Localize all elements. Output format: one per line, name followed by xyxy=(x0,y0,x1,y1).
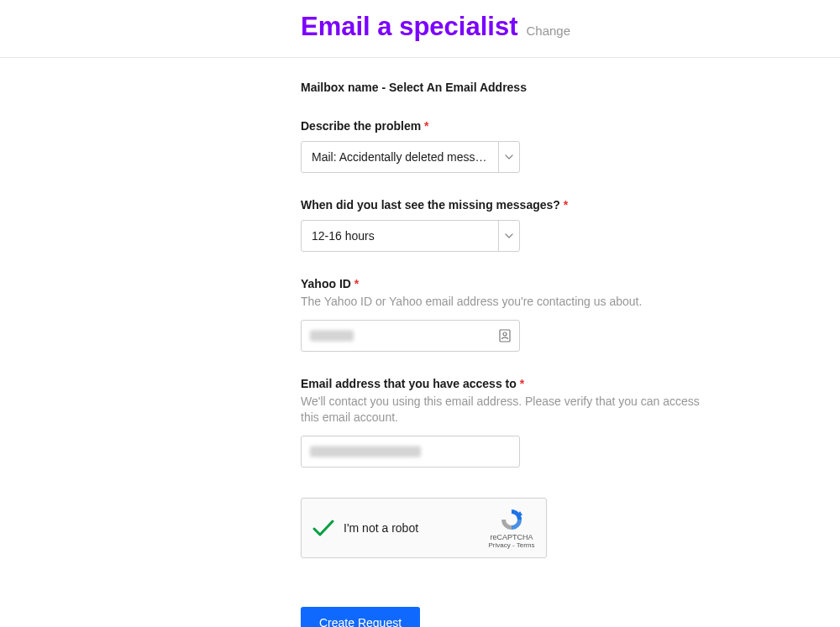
field-hint: We'll contact you using this email addre… xyxy=(301,394,721,426)
field-label: Yahoo ID * xyxy=(301,277,721,290)
label-text: When did you last see the missing messag… xyxy=(301,198,560,212)
recaptcha-terms[interactable]: Privacy - Terms xyxy=(489,541,535,549)
change-link[interactable]: Change xyxy=(526,24,570,38)
select-value: 12-16 hours xyxy=(312,229,375,243)
required-marker: * xyxy=(520,377,524,390)
select-value-box: 12-16 hours xyxy=(302,221,498,251)
recaptcha-label: I'm not a robot xyxy=(344,521,487,535)
chevron-down-icon[interactable] xyxy=(498,221,519,251)
select-value-box: Mail: Accidentally deleted messa… xyxy=(302,142,498,172)
chevron-down-icon[interactable] xyxy=(498,142,519,172)
recaptcha-brand: reCAPTCHA xyxy=(490,533,533,541)
create-request-button[interactable]: Create Request xyxy=(301,607,420,627)
last-seen-select[interactable]: 12-16 hours xyxy=(301,220,520,252)
form-content: Mailbox name - Select An Email Address D… xyxy=(301,58,721,627)
svg-point-1 xyxy=(503,332,507,336)
yahoo-id-input[interactable] xyxy=(301,320,520,352)
page-header: Email a specialist Change xyxy=(0,0,840,58)
label-text: Email address that you have access to xyxy=(301,377,517,390)
required-marker: * xyxy=(424,119,428,133)
label-text: Yahoo ID xyxy=(301,277,351,290)
select-value: Mail: Accidentally deleted messa… xyxy=(312,150,488,164)
redacted-value xyxy=(310,330,354,341)
field-label: Email address that you have access to * xyxy=(301,377,721,390)
redacted-value xyxy=(310,446,421,457)
label-text: Describe the problem xyxy=(301,119,421,133)
field-last-seen: When did you last see the missing messag… xyxy=(301,198,721,252)
recaptcha-widget[interactable]: I'm not a robot reCAPTCHA Privacy - Term… xyxy=(301,498,547,558)
contact-email-input[interactable] xyxy=(301,436,520,468)
checkmark-icon xyxy=(312,519,335,537)
recaptcha-brand-block: reCAPTCHA Privacy - Terms xyxy=(487,507,536,549)
field-label: When did you last see the missing messag… xyxy=(301,198,721,212)
field-label: Describe the problem * xyxy=(301,119,721,133)
field-describe-problem: Describe the problem * Mail: Accidentall… xyxy=(301,119,721,173)
contact-card-icon xyxy=(499,329,511,342)
page-title: Email a specialist xyxy=(301,12,517,42)
required-marker: * xyxy=(354,277,359,290)
field-hint: The Yahoo ID or Yahoo email address you'… xyxy=(301,294,721,311)
field-yahoo-id: Yahoo ID * The Yahoo ID or Yahoo email a… xyxy=(301,277,721,352)
required-marker: * xyxy=(564,198,568,212)
field-contact-email: Email address that you have access to * … xyxy=(301,377,721,468)
mailbox-name-text: Mailbox name - Select An Email Address xyxy=(301,81,721,94)
recaptcha-icon xyxy=(499,507,524,532)
problem-select[interactable]: Mail: Accidentally deleted messa… xyxy=(301,141,520,173)
